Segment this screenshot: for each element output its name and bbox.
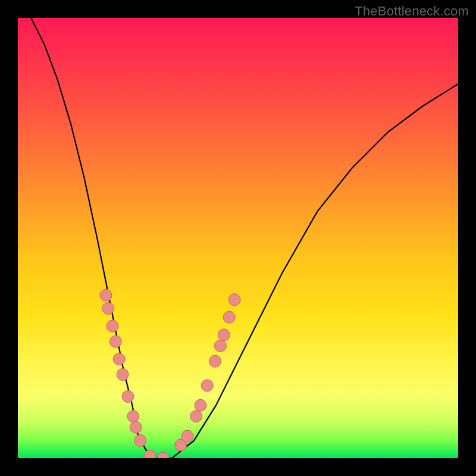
- chart-marker: [209, 355, 221, 367]
- chart-curve: [31, 18, 458, 458]
- chart-marker: [195, 399, 206, 411]
- chart-marker: [117, 368, 129, 380]
- chart-marker: [190, 411, 202, 422]
- chart-marker: [201, 380, 213, 392]
- chart-marker: [144, 450, 156, 458]
- chart-marker: [109, 336, 121, 347]
- chart-marker: [218, 329, 230, 341]
- chart-overlay: [18, 18, 458, 458]
- chart-marker: [214, 340, 226, 352]
- chart-marker: [122, 390, 134, 402]
- chart-marker: [113, 353, 125, 365]
- chart-marker: [181, 430, 193, 442]
- chart-frame: TheBottleneck.com: [0, 0, 476, 476]
- chart-marker: [107, 320, 118, 332]
- chart-marker: [130, 421, 142, 433]
- watermark-text: TheBottleneck.com: [355, 4, 469, 19]
- chart-marker: [100, 289, 112, 301]
- chart-marker: [134, 434, 146, 446]
- chart-marker: [157, 452, 169, 458]
- chart-plot-area: [18, 18, 458, 458]
- chart-marker: [127, 411, 139, 422]
- chart-marker: [228, 294, 240, 306]
- chart-markers: [100, 289, 240, 458]
- chart-marker: [223, 311, 235, 323]
- chart-marker: [102, 302, 114, 314]
